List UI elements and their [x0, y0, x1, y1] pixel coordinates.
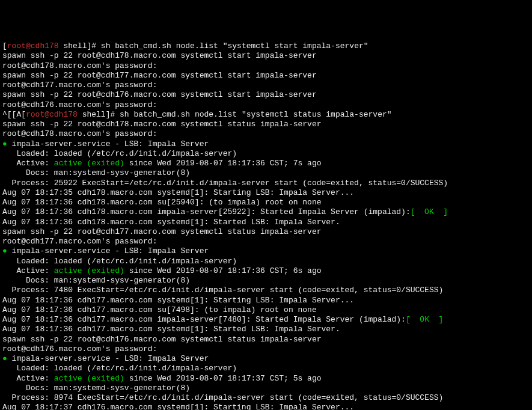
terminal-text: root@cdh177.macro.com's password:	[2, 81, 157, 90]
terminal-line: Aug 07 18:17:36 cdh178.macro.com impala-…	[2, 207, 530, 217]
terminal-line: ^[[A[root@cdh178 shell]# sh batch_cmd.sh…	[2, 110, 530, 120]
terminal-text: impala-server.service - LSB: Impala Serv…	[7, 354, 209, 363]
terminal-text: ●	[2, 354, 7, 363]
terminal-text: ^[[A[	[2, 110, 26, 119]
terminal-line: Aug 07 18:17:36 cdh178.macro.com systemd…	[2, 218, 530, 227]
terminal-text: ●	[2, 246, 7, 255]
terminal-text: Process: 8974 ExecStart=/etc/rc.d/init.d…	[2, 393, 443, 402]
terminal-text: Aug 07 18:17:36 cdh178.macro.com systemd…	[2, 218, 340, 227]
terminal-text: spawn ssh -p 22 root@cdh177.macro.com sy…	[2, 71, 317, 80]
terminal-line: [root@cdh178 shell]# sh batch_cmd.sh nod…	[2, 41, 530, 51]
terminal-text: since Wed 2019-08-07 18:17:36 CST; 6s ag…	[124, 266, 322, 275]
terminal-text: root@cdh176.macro.com's password:	[2, 100, 157, 109]
terminal-text: Docs: man:systemd-sysv-generator(8)	[2, 384, 190, 393]
terminal-text: spawn ssh -p 22 root@cdh176.macro.com sy…	[2, 90, 317, 99]
terminal-line: root@cdh178.macro.com's password:	[2, 61, 530, 71]
terminal-text: Aug 07 18:17:36 cdh177.macro.com impala-…	[2, 315, 406, 324]
terminal-text: Aug 07 18:17:36 cdh178.macro.com impala-…	[2, 207, 411, 216]
terminal-text: Aug 07 18:17:35 cdh178.macro.com systemd…	[2, 188, 354, 197]
terminal-line: root@cdh176.macro.com's password:	[2, 100, 530, 110]
terminal-line: Loaded: loaded (/etc/rc.d/init.d/impala-…	[2, 364, 530, 373]
terminal-text: root@cdh178	[7, 41, 59, 50]
terminal-line: spawn ssh -p 22 root@cdh177.macro.com sy…	[2, 71, 530, 81]
terminal-text: root@cdh178.macro.com's password:	[2, 61, 157, 70]
terminal-text: root@cdh177.macro.com's password:	[2, 237, 157, 246]
terminal-text: [	[2, 41, 7, 50]
terminal-line: Aug 07 18:17:37 cdh176.macro.com systemd…	[2, 403, 530, 410]
terminal-text: impala-server.service - LSB: Impala Serv…	[7, 139, 209, 148]
terminal-text: Aug 07 18:17:36 cdh177.macro.com su[7498…	[2, 305, 317, 314]
terminal-line: root@cdh177.macro.com's password:	[2, 237, 530, 246]
terminal-line: spawn ssh -p 22 root@cdh176.macro.com sy…	[2, 90, 530, 100]
terminal-text: Active:	[2, 374, 54, 383]
terminal-text: Aug 07 18:17:37 cdh176.macro.com systemd…	[2, 403, 354, 410]
terminal-text: active (exited)	[54, 266, 124, 275]
terminal-line: Aug 07 18:17:36 cdh177.macro.com systemd…	[2, 325, 530, 334]
terminal-text: impala-server.service - LSB: Impala Serv…	[7, 246, 209, 255]
terminal-line: Docs: man:systemd-sysv-generator(8)	[2, 384, 530, 393]
terminal-text: Docs: man:systemd-sysv-generator(8)	[2, 276, 190, 285]
terminal-line: Docs: man:systemd-sysv-generator(8)	[2, 276, 530, 286]
terminal-text: root@cdh178.macro.com's password:	[2, 129, 157, 138]
terminal-line: ● impala-server.service - LSB: Impala Se…	[2, 139, 530, 149]
terminal-text: ]# sh batch_cmd.sh node.list "systemctl …	[87, 41, 368, 50]
terminal-line: Active: active (exited) since Wed 2019-0…	[2, 159, 530, 168]
terminal-text: shell	[59, 41, 87, 50]
terminal-text: shell	[78, 110, 106, 119]
terminal-line: spawn ssh -p 22 root@cdh176.macro.com sy…	[2, 335, 530, 344]
terminal-text: Loaded: loaded (/etc/rc.d/init.d/impala-…	[2, 257, 237, 266]
terminal-text: ]# sh batch_cmd.sh node.list "systemctl …	[106, 110, 392, 119]
terminal-text: root@cdh178	[26, 110, 78, 119]
terminal-line: Process: 25922 ExecStart=/etc/rc.d/init.…	[2, 179, 530, 188]
terminal-text: Loaded: loaded (/etc/rc.d/init.d/impala-…	[2, 149, 237, 158]
terminal-line: Loaded: loaded (/etc/rc.d/init.d/impala-…	[2, 149, 530, 159]
terminal-line: root@cdh178.macro.com's password:	[2, 129, 530, 139]
terminal-text: root@cdh176.macro.com's password:	[2, 344, 157, 353]
terminal-line: Aug 07 18:17:36 cdh177.macro.com systemd…	[2, 296, 530, 305]
terminal-text: [ OK ]	[406, 315, 443, 324]
terminal-line: Aug 07 18:17:35 cdh178.macro.com systemd…	[2, 188, 530, 198]
terminal-text: since Wed 2019-08-07 18:17:36 CST; 7s ag…	[124, 159, 322, 168]
terminal-line: ● impala-server.service - LSB: Impala Se…	[2, 354, 530, 364]
terminal-line: Docs: man:systemd-sysv-generator(8)	[2, 168, 530, 178]
terminal-line: Active: active (exited) since Wed 2019-0…	[2, 374, 530, 384]
terminal-text: Loaded: loaded (/etc/rc.d/init.d/impala-…	[2, 364, 237, 373]
terminal-line: spawn ssh -p 22 root@cdh177.macro.com sy…	[2, 227, 530, 237]
terminal-line: Process: 8974 ExecStart=/etc/rc.d/init.d…	[2, 393, 530, 403]
terminal-line: root@cdh177.macro.com's password:	[2, 81, 530, 90]
terminal-line: Aug 07 18:17:36 cdh177.macro.com su[7498…	[2, 305, 530, 315]
terminal-line: Loaded: loaded (/etc/rc.d/init.d/impala-…	[2, 257, 530, 266]
terminal-line: Process: 7480 ExecStart=/etc/rc.d/init.d…	[2, 286, 530, 295]
terminal-line: spawn ssh -p 22 root@cdh178.macro.com sy…	[2, 51, 530, 61]
terminal-line: Active: active (exited) since Wed 2019-0…	[2, 266, 530, 276]
terminal-line: Aug 07 18:17:36 cdh177.macro.com impala-…	[2, 315, 530, 325]
terminal-output[interactable]: [root@cdh178 shell]# sh batch_cmd.sh nod…	[2, 41, 530, 410]
terminal-text: spawn ssh -p 22 root@cdh176.macro.com sy…	[2, 335, 322, 344]
terminal-text: Process: 25922 ExecStart=/etc/rc.d/init.…	[2, 179, 448, 188]
terminal-text: Process: 7480 ExecStart=/etc/rc.d/init.d…	[2, 286, 443, 295]
terminal-text: spawn ssh -p 22 root@cdh178.macro.com sy…	[2, 51, 317, 60]
terminal-line: root@cdh176.macro.com's password:	[2, 344, 530, 354]
terminal-text: Aug 07 18:17:36 cdh177.macro.com systemd…	[2, 325, 340, 334]
terminal-text: spawn ssh -p 22 root@cdh178.macro.com sy…	[2, 120, 322, 129]
terminal-text: [ OK ]	[411, 207, 448, 216]
terminal-text: Active:	[2, 159, 54, 168]
terminal-text: active (exited)	[54, 159, 124, 168]
terminal-text: Aug 07 18:17:36 cdh177.macro.com systemd…	[2, 296, 354, 305]
terminal-text: active (exited)	[54, 374, 124, 383]
terminal-text: Aug 07 18:17:36 cdh178.macro.com su[2594…	[2, 198, 322, 207]
terminal-text: since Wed 2019-08-07 18:17:37 CST; 5s ag…	[124, 374, 322, 383]
terminal-text: ●	[2, 139, 7, 148]
terminal-line: Aug 07 18:17:36 cdh178.macro.com su[2594…	[2, 198, 530, 207]
terminal-line: ● impala-server.service - LSB: Impala Se…	[2, 246, 530, 256]
terminal-text: Docs: man:systemd-sysv-generator(8)	[2, 168, 190, 177]
terminal-text: spawn ssh -p 22 root@cdh177.macro.com sy…	[2, 227, 322, 236]
terminal-text: Active:	[2, 266, 54, 275]
terminal-line: spawn ssh -p 22 root@cdh178.macro.com sy…	[2, 120, 530, 129]
